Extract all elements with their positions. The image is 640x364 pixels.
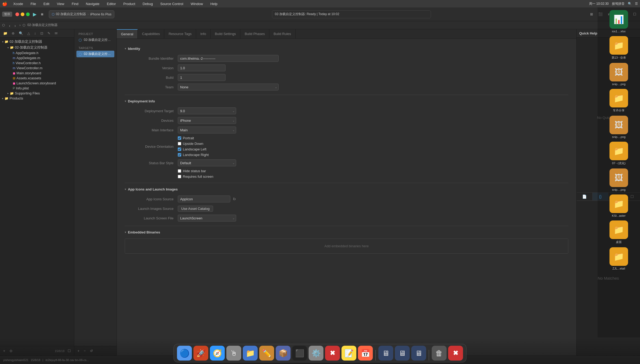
minimize-button[interactable] — [21, 12, 24, 16]
tree-appdelegate-h[interactable]: h AppDelegate.h — [0, 50, 74, 55]
tree-viewcontroller-m[interactable]: m ViewController.m — [0, 66, 74, 71]
fullscreen-checkbox[interactable] — [178, 175, 181, 178]
desktop-folder2[interactable]: 📁 车丹分享 — [600, 89, 638, 112]
dock-monitor1[interactable]: 🖥 — [378, 346, 393, 361]
menu-edit[interactable]: Edit — [42, 1, 51, 6]
sidebar-scm-icon[interactable]: ✎ — [46, 31, 51, 36]
deployment-target-select[interactable]: 9.0 8.0 7.0 — [178, 107, 236, 114]
menu-source-control[interactable]: Source Control — [159, 1, 185, 6]
use-asset-catalog-button[interactable]: Use Asset Catalog — [178, 206, 213, 212]
menu-editor[interactable]: Editor — [105, 1, 118, 6]
desktop-snip3[interactable]: 🖼 snip....png — [600, 168, 638, 191]
main-interface-select[interactable]: Main LaunchScreen — [178, 127, 236, 133]
desktop-folder4[interactable]: 📁 KSI...aster — [600, 194, 638, 217]
status-bar-style-select[interactable]: Default Light Content — [178, 159, 236, 166]
desktop-snip2[interactable]: 🖼 snip....png — [600, 116, 638, 138]
forward-nav-button[interactable]: › — [13, 23, 18, 28]
tree-info-plist[interactable]: P Info.plist — [0, 86, 74, 91]
menu-window[interactable]: Window — [189, 1, 205, 6]
embedded-disclosure[interactable]: ▾ — [125, 231, 126, 234]
sidebar-folder-icon[interactable]: 📁 — [2, 31, 8, 36]
identity-disclosure[interactable]: ▾ — [125, 47, 126, 50]
version-input[interactable] — [178, 64, 226, 71]
menu-file[interactable]: File — [29, 1, 38, 6]
bundle-id-input[interactable] — [178, 55, 279, 62]
dock-trash[interactable]: 🗑 — [432, 346, 447, 361]
desktop-folder6[interactable]: 📁 ZJL...etail — [600, 247, 638, 270]
tree-supporting[interactable]: ▸ 📁 Supporting Files — [0, 91, 74, 96]
upsidedown-checkbox[interactable] — [178, 142, 181, 145]
portrait-checkbox[interactable] — [178, 136, 181, 140]
tab-build-settings[interactable]: Build Settings — [211, 29, 241, 38]
tree-assets[interactable]: ⊞ Assets.xcassets — [0, 76, 74, 81]
dock-safari[interactable]: 🧭 — [210, 346, 225, 361]
stop-button[interactable]: ■ — [40, 11, 45, 18]
products-disclosure[interactable]: ▸ — [2, 97, 3, 100]
menu-navigate[interactable]: Navigate — [84, 1, 101, 6]
navigator-toggle[interactable]: ⊞ — [589, 11, 595, 17]
project-item[interactable]: ⬡ 02-加载自定义控制器 — [76, 37, 114, 43]
dock-mouse[interactable]: 🖱 — [226, 346, 241, 361]
sidebar-test-icon[interactable]: ↕ — [33, 31, 37, 36]
tab-general[interactable]: General — [117, 29, 138, 38]
dock-rocket[interactable]: 🚀 — [193, 346, 208, 361]
team-select[interactable]: None Add an Account... — [178, 84, 279, 90]
menu-debug[interactable]: Debug — [141, 1, 154, 6]
dock-monitor3[interactable]: 🖥 — [411, 346, 426, 361]
tree-products[interactable]: ▸ 📁 Products — [0, 96, 74, 101]
app-icons-refresh-button[interactable]: ↻ — [233, 197, 236, 201]
tab-build-rules[interactable]: Build Rules — [269, 29, 296, 38]
dock-xcode2[interactable]: ✖ — [448, 346, 463, 361]
run-button[interactable]: ▶ — [32, 10, 38, 18]
tree-launch-storyboard[interactable]: ◼ LaunchScreen.storyboard — [0, 81, 74, 86]
deployment-disclosure[interactable]: ▾ — [125, 99, 126, 103]
menu-help[interactable]: Help — [209, 1, 219, 6]
desktop-xlsx1[interactable]: 📊 ios1....xlsx — [600, 10, 638, 33]
dock-finder[interactable]: 🔵 — [177, 346, 192, 361]
dock-notes[interactable]: 📝 — [341, 346, 356, 361]
menubar-search-icon[interactable]: 🔍 — [628, 2, 632, 6]
dock-xmind[interactable]: ✖ — [325, 346, 340, 361]
menu-xcode[interactable]: Xcode — [12, 1, 25, 6]
tab-capabilities[interactable]: Capabilities — [138, 29, 164, 38]
devices-select[interactable]: iPhone iPad Universal — [178, 117, 236, 124]
supporting-disclosure[interactable]: ▸ — [7, 92, 9, 95]
tree-main-storyboard[interactable]: ◼ Main.storyboard — [0, 71, 74, 76]
dock-settings[interactable]: ⚙️ — [309, 346, 323, 361]
dock-calendar[interactable]: 📅 — [358, 346, 373, 361]
tree-group[interactable]: ▾ 📁 02-加载自定义控制器 — [0, 45, 74, 50]
tab-info[interactable]: Info — [196, 29, 211, 38]
menu-find[interactable]: Find — [70, 1, 80, 6]
inspector-tab-file[interactable]: 📄 — [577, 193, 593, 200]
back-nav-button[interactable]: ‹ — [7, 23, 12, 28]
dock-terminal[interactable]: ⬛ — [292, 346, 307, 361]
menu-view[interactable]: View — [55, 1, 66, 6]
tree-viewcontroller-h[interactable]: h ViewController.h — [0, 60, 74, 66]
dock-apps[interactable]: 📦 — [276, 346, 291, 361]
launch-screen-file-select[interactable]: LaunchScreen Main — [178, 215, 236, 222]
target-item[interactable]: ⬡ 02-加载自定义控制器 — [76, 51, 114, 57]
menubar-menu-icon[interactable]: ☰ — [635, 2, 638, 6]
sidebar-search-icon[interactable]: 🔍 — [18, 31, 24, 36]
build-input[interactable] — [178, 74, 226, 81]
group-disclosure[interactable]: ▾ — [7, 46, 9, 49]
dock-pencil[interactable]: ✏️ — [259, 346, 274, 361]
sidebar-warning-icon[interactable]: △ — [26, 31, 31, 36]
landscape-left-checkbox[interactable] — [178, 148, 181, 151]
app-icons-source-select[interactable]: AppIcon — [178, 196, 230, 202]
desktop-folder1[interactable]: 📁 第13···业准 — [600, 36, 638, 60]
hide-status-checkbox[interactable] — [178, 169, 181, 173]
dock-files[interactable]: 📁 — [243, 346, 258, 361]
tab-resource-tags[interactable]: Resource Tags — [164, 29, 196, 38]
landscape-right-checkbox[interactable] — [178, 153, 181, 157]
maximize-button[interactable] — [26, 12, 30, 16]
tab-build-phases[interactable]: Build Phases — [240, 29, 269, 38]
apple-menu[interactable]: 🍎 — [2, 1, 7, 6]
tree-appdelegate-m[interactable]: m AppDelegate.m — [0, 55, 74, 60]
root-disclosure[interactable]: ▾ — [2, 40, 3, 43]
sidebar-log-icon[interactable]: ✉ — [54, 31, 59, 36]
menu-product[interactable]: Product — [122, 1, 137, 6]
desktop-folder5[interactable]: 📁 桌面 — [600, 220, 638, 244]
sidebar-symbol-icon[interactable]: ⊕ — [11, 31, 16, 36]
close-button[interactable] — [15, 12, 19, 16]
